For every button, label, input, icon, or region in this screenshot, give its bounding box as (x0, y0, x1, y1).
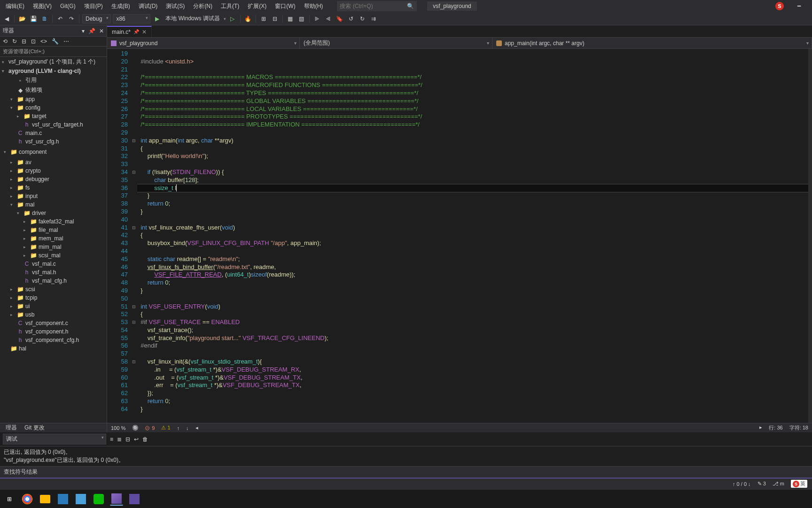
sync-icon[interactable]: ↻ (12, 38, 17, 45)
more-icon[interactable]: ⋯ (63, 38, 69, 45)
menu-git[interactable]: Git(G) (56, 1, 79, 11)
menu-help[interactable]: 帮助(H) (300, 1, 327, 12)
tree-item[interactable]: ▸📁crypto (0, 167, 107, 175)
tool-9[interactable]: ↻ (358, 14, 367, 24)
nav-function-combo[interactable]: app_main(int argc, char ** argv) (492, 38, 812, 48)
warning-count[interactable]: ⚠ 1 (161, 425, 170, 431)
tree-item[interactable]: ▸📁usb (0, 310, 107, 319)
tree-item[interactable]: Cmain.c (0, 129, 107, 137)
config-dropdown[interactable]: Debug (82, 14, 111, 24)
output-tool-2[interactable]: ≣ (117, 436, 122, 443)
ime-mode[interactable]: 英 (800, 480, 805, 487)
menu-analyze[interactable]: 分析(N) (189, 1, 216, 12)
nav-down-icon[interactable]: ↓ (186, 425, 189, 431)
menu-project[interactable]: 项目(P) (80, 1, 107, 12)
tree-item[interactable]: ▾📁component (0, 148, 107, 156)
tree-item[interactable]: ▸📁scsi (0, 285, 107, 294)
tree-item[interactable]: ▸📁fakefat32_mal (0, 217, 107, 226)
task-chrome[interactable] (21, 492, 34, 506)
tree-item[interactable]: ▾📁driver (0, 209, 107, 217)
output-wrap-icon[interactable]: ↩ (134, 436, 139, 443)
tree-item[interactable]: ▸📁mim_mal (0, 243, 107, 251)
tree-item[interactable]: Cvsf_mal.c (0, 260, 107, 268)
tab-explorer[interactable]: 理器 (2, 423, 21, 433)
output-source-dropdown[interactable]: 调试 (3, 434, 106, 444)
task-app-2[interactable] (74, 492, 87, 506)
tool-4[interactable]: ▧ (297, 14, 306, 24)
nav-scope-combo[interactable]: (全局范围) (300, 38, 492, 48)
tree-item[interactable]: 📁hal (0, 344, 107, 353)
task-app-1[interactable] (56, 492, 70, 506)
output-body[interactable]: 已退出, 返回值为 0 (0x0)。 "vsf_playground.exe"已… (0, 446, 812, 466)
save-all-button[interactable]: 🗎 (40, 14, 49, 24)
bookmark-icon[interactable]: 🔖 (335, 14, 344, 24)
tab-git-changes[interactable]: Git 更改 (21, 423, 48, 433)
tree-item[interactable]: ▸📁fs (0, 183, 107, 192)
showall-icon[interactable]: ⊡ (31, 38, 36, 45)
task-explorer[interactable] (39, 492, 52, 506)
open-button[interactable]: 📂 (17, 14, 27, 24)
undo-button[interactable]: ↶ (55, 14, 65, 24)
redo-button[interactable]: ↷ (67, 14, 76, 24)
tree-item[interactable]: ▸📁debugger (0, 175, 107, 183)
code-editor[interactable]: 1920212223242526272829303132333435363738… (107, 49, 812, 423)
tool-1[interactable]: ⊞ (259, 14, 268, 24)
platform-dropdown[interactable]: x86 (113, 14, 150, 24)
tool-5[interactable]: ⫸ (312, 14, 322, 24)
error-count[interactable]: ⛒ 9 (145, 425, 155, 431)
back-button[interactable]: ◀ (2, 14, 11, 24)
nav-up-icon[interactable]: ↑ (177, 425, 180, 431)
project-node[interactable]: ▾ayground (LLVM - clang-cl) (0, 67, 107, 75)
tool-6[interactable]: ⫷ (324, 14, 333, 24)
task-wechat[interactable] (92, 492, 105, 506)
fold-column[interactable]: ⊟⊟⊟⊟⊟⊟ (131, 49, 137, 423)
find-symbols-panel[interactable]: 查找符号结果 (0, 466, 812, 478)
menu-window[interactable]: 窗口(W) (271, 1, 299, 12)
menu-edit[interactable]: 编辑(E) (2, 1, 28, 12)
menu-debug[interactable]: 调试(D) (135, 1, 162, 12)
pin-icon[interactable]: 📌 (88, 28, 95, 34)
git-changes[interactable]: 3 (757, 481, 766, 487)
tree-item[interactable]: hvsf_mal_cfg.h (0, 277, 107, 285)
collapse-icon[interactable]: <> (40, 38, 47, 45)
tree-item[interactable]: ▸📁av (0, 158, 107, 167)
properties-icon[interactable]: 🔧 (52, 38, 59, 45)
dropdown-icon[interactable]: ▾ (82, 28, 85, 34)
output-clear-icon[interactable]: 🗑 (142, 436, 148, 443)
tree-item[interactable]: ▾📁app (0, 95, 107, 103)
close-tab-icon[interactable]: ✕ (142, 29, 147, 35)
solution-name[interactable]: vsf_playground (427, 1, 476, 11)
scrollbar[interactable] (808, 49, 812, 423)
tree-item[interactable]: hvsf_mal.h (0, 268, 107, 277)
tree-item[interactable]: ▾📁config (0, 103, 107, 112)
pin-icon[interactable]: 📌 (133, 29, 139, 34)
tree-item[interactable]: ◆依赖项 (0, 85, 107, 95)
ime-icon[interactable]: S (793, 481, 799, 487)
tree-item[interactable]: ▸📁file_mal (0, 226, 107, 234)
tree-item[interactable]: ▸📁scsi_mal (0, 251, 107, 260)
account-badge[interactable]: S (775, 2, 784, 10)
git-branch[interactable]: m (773, 481, 784, 487)
tool-2[interactable]: ⊟ (270, 14, 280, 24)
tree-item[interactable]: ▸📁mem_mal (0, 234, 107, 243)
search-input[interactable] (340, 3, 414, 9)
tree-item[interactable]: ▾📁mal (0, 200, 107, 209)
tab-main-c[interactable]: main.c* 📌 ✕ (107, 26, 152, 37)
filter-icon[interactable]: ⊟ (22, 38, 26, 45)
menu-extensions[interactable]: 扩展(X) (244, 1, 270, 12)
tree-item[interactable]: ▸📁target (0, 112, 107, 120)
global-search[interactable]: 🔍 (337, 1, 417, 11)
tool-10[interactable]: ⇉ (369, 14, 378, 24)
code-body[interactable]: #include <unistd.h> /*==================… (137, 49, 808, 423)
menu-build[interactable]: 生成(B) (108, 1, 134, 12)
tree-item[interactable]: ▸📁input (0, 192, 107, 200)
tree-item[interactable]: ▫引用 (0, 75, 107, 85)
debugger-label[interactable]: 本地 Windows 调试器 (164, 15, 221, 23)
menu-tools[interactable]: 工具(T) (217, 1, 243, 12)
tree-item[interactable]: ▸📁ui (0, 302, 107, 310)
home-icon[interactable]: ⟲ (3, 38, 8, 45)
zoom-level[interactable]: 100 % (111, 425, 125, 431)
scroll-right-icon[interactable]: ▸ (759, 424, 762, 431)
tool-3[interactable]: ▦ (286, 14, 295, 24)
scroll-left-icon[interactable]: ◂ (195, 425, 198, 431)
